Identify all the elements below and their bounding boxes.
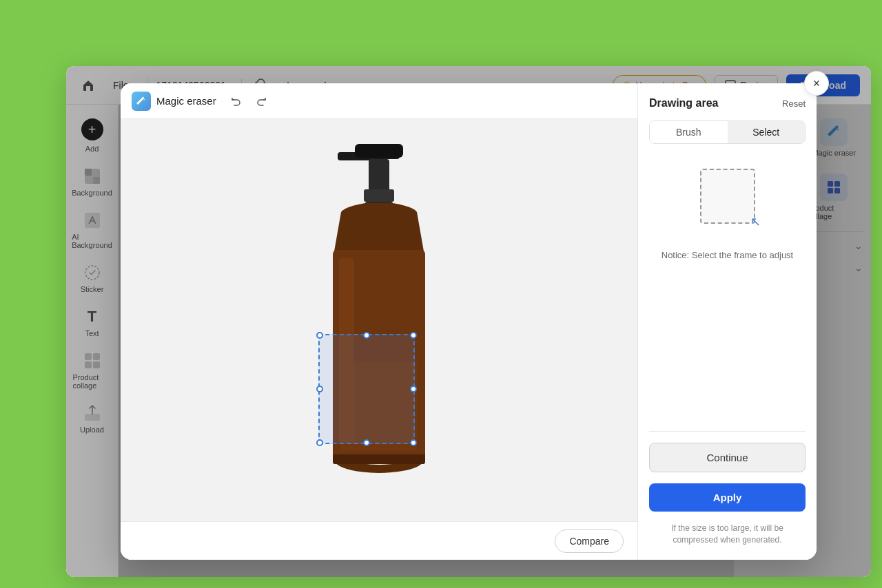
magic-eraser-tool-icon bbox=[132, 92, 151, 111]
modal-canvas-body bbox=[121, 119, 637, 521]
select-mode-button[interactable]: Select bbox=[728, 121, 806, 143]
select-preview: ↖ bbox=[649, 155, 806, 238]
modal-canvas-area: Magic eraser bbox=[121, 83, 637, 560]
close-icon: × bbox=[813, 76, 821, 91]
svg-rect-25 bbox=[355, 144, 403, 158]
notice-text: Notice: Select the frame to adjust bbox=[649, 249, 806, 262]
app-window: Files 1713149560801 ▾ ♛ Upgrade to Pro bbox=[66, 66, 871, 577]
compress-notice: If the size is too large, it will be com… bbox=[649, 523, 806, 546]
brush-mode-button[interactable]: Brush bbox=[650, 121, 728, 143]
modal-overlay: Magic eraser bbox=[66, 66, 871, 577]
modal-undo-redo bbox=[225, 90, 273, 112]
svg-rect-32 bbox=[333, 454, 425, 464]
svg-rect-31 bbox=[341, 361, 417, 451]
reset-button[interactable]: Reset bbox=[782, 98, 806, 109]
drawing-area-title: Drawing area bbox=[649, 97, 718, 109]
drawing-area-header: Drawing area Reset bbox=[649, 97, 806, 109]
svg-rect-26 bbox=[369, 159, 389, 193]
tool-name-display: Magic eraser bbox=[132, 92, 216, 111]
compare-button[interactable]: Compare bbox=[555, 529, 624, 553]
modal-undo-button[interactable] bbox=[225, 90, 247, 112]
modal-close-button[interactable]: × bbox=[804, 71, 829, 96]
continue-button[interactable]: Continue bbox=[649, 443, 806, 472]
modal-canvas-footer: Compare bbox=[121, 521, 637, 560]
bottle-image bbox=[289, 141, 469, 499]
modal-controls: Drawing area Reset Brush Select ↖ Notice… bbox=[637, 83, 817, 560]
svg-rect-27 bbox=[364, 189, 394, 202]
select-cursor-icon: ↖ bbox=[750, 214, 761, 229]
select-preview-box: ↖ bbox=[700, 169, 755, 224]
modal-toolbar: Magic eraser bbox=[121, 83, 637, 119]
magic-eraser-modal: Magic eraser bbox=[121, 83, 817, 560]
mode-selector: Brush Select bbox=[649, 120, 806, 144]
controls-divider bbox=[649, 431, 806, 432]
tool-name-text: Magic eraser bbox=[156, 95, 216, 107]
apply-button[interactable]: Apply bbox=[649, 483, 806, 512]
modal-redo-button[interactable] bbox=[251, 90, 273, 112]
